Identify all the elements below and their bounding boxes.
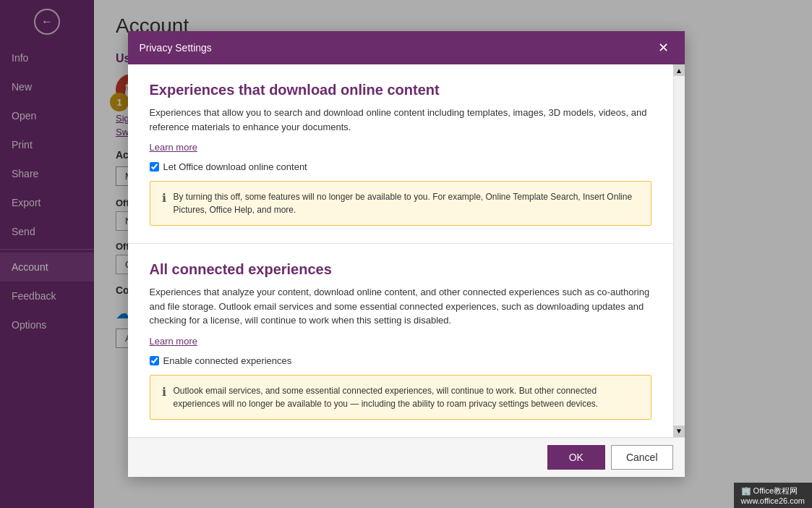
modal-section-1: Experiences that download online content… [128, 64, 673, 244]
info-icon-1: ℹ [162, 191, 166, 216]
ok-button[interactable]: OK [547, 445, 605, 470]
privacy-settings-modal: Privacy Settings ✕ Experiences that down… [128, 31, 685, 477]
modal-close-button[interactable]: ✕ [654, 38, 673, 57]
modal-title: Privacy Settings [140, 42, 212, 54]
watermark: 🏢 Office教程网 www.office26.com [734, 483, 812, 508]
section1-checkbox-row: Let Office download online content [150, 161, 651, 172]
section2-heading: All connected experiences [150, 261, 651, 278]
modal-overlay: Privacy Settings ✕ Experiences that down… [0, 0, 812, 508]
modal-body: Experiences that download online content… [128, 64, 685, 437]
section2-info-text: Outlook email services, and some essenti… [174, 384, 639, 410]
scrollbar-up-button[interactable]: ▲ [673, 64, 685, 76]
watermark-line2: www.office26.com [741, 496, 805, 505]
section1-checkbox[interactable] [150, 162, 159, 172]
scrollbar-down-button[interactable]: ▼ [673, 426, 685, 437]
section2-info-box: ℹ Outlook email services, and some essen… [150, 375, 651, 420]
modal-header: Privacy Settings ✕ [128, 31, 685, 64]
modal-scrollbar[interactable]: ▲ ▼ [673, 64, 685, 437]
section2-checkbox-row: Enable connected experiences [150, 355, 651, 366]
info-icon-2: ℹ [162, 385, 166, 410]
section2-description: Experiences that analyze your content, d… [150, 285, 651, 328]
section1-description: Experiences that allow you to search and… [150, 106, 651, 134]
section1-info-box: ℹ By turning this off, some features wil… [150, 181, 651, 226]
section2-checkbox-label[interactable]: Enable connected experiences [163, 355, 292, 366]
modal-section-2: All connected experiences Experiences th… [128, 244, 673, 437]
section1-heading: Experiences that download online content [150, 82, 651, 98]
section1-checkbox-label[interactable]: Let Office download online content [163, 161, 307, 172]
section2-checkbox[interactable] [150, 356, 159, 365]
section2-learn-more[interactable]: Learn more [150, 336, 197, 347]
modal-scroll-area[interactable]: Experiences that download online content… [128, 64, 673, 437]
cancel-button[interactable]: Cancel [611, 445, 673, 470]
modal-footer: OK Cancel [128, 437, 685, 477]
watermark-line1: 🏢 Office教程网 [741, 486, 805, 496]
section1-info-text: By turning this off, some features will … [174, 190, 639, 216]
section1-learn-more[interactable]: Learn more [150, 142, 197, 153]
